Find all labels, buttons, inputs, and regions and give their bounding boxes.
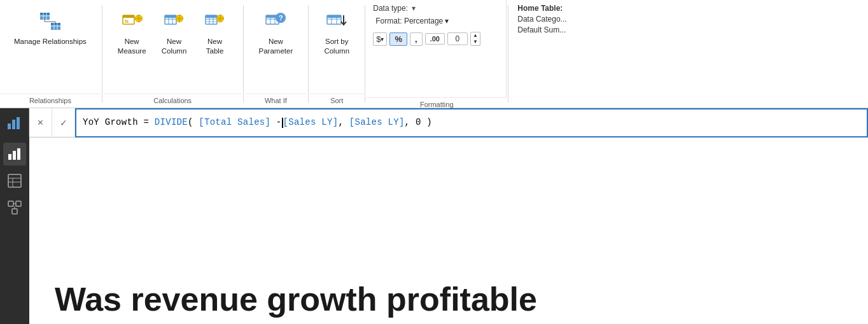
new-measure-label: NewMeasure xyxy=(118,37,146,56)
decimal-places-input[interactable] xyxy=(447,32,468,45)
home-table-label: Home Table: xyxy=(517,4,563,13)
svg-rect-67 xyxy=(12,209,17,214)
svg-rect-61 xyxy=(8,174,21,187)
format-dropdown-arrow: ▾ xyxy=(445,17,449,25)
new-measure-icon: fx xyxy=(119,9,144,34)
manage-relationships-button[interactable]: Manage Relationships xyxy=(8,5,93,50)
percent-button[interactable]: % xyxy=(389,32,407,46)
formula-confirm-button[interactable]: ✓ xyxy=(52,108,75,137)
table-icon xyxy=(8,174,22,188)
svg-rect-14 xyxy=(123,15,134,18)
formatting-section-label: Formatting xyxy=(367,97,507,108)
formula-paren-open: ( xyxy=(188,117,199,127)
sep2 xyxy=(243,5,244,102)
sep1 xyxy=(102,5,102,102)
formula-minus: - xyxy=(270,117,281,127)
sep3 xyxy=(308,5,309,102)
new-parameter-label: NewParameter xyxy=(259,37,293,56)
relationships-section: Manage Relationships Relationships xyxy=(0,0,101,108)
svg-text:?: ? xyxy=(279,14,283,22)
new-column-button[interactable]: NewColumn xyxy=(155,5,193,60)
formula-function-name: DIVIDE xyxy=(155,117,188,127)
default-sum-row: Default Sum... xyxy=(517,25,566,34)
formatting-section: Data type: ▾ Format: Percentage ▾ $ ▾ % xyxy=(367,0,507,108)
new-column-icon xyxy=(162,9,187,34)
manage-relationships-label: Manage Relationships xyxy=(14,37,87,46)
calculations-section-label: Calculations xyxy=(104,94,242,108)
new-table-button[interactable]: NewTable xyxy=(196,5,234,60)
svg-rect-59 xyxy=(13,151,16,160)
what-if-section: ? NewParameter What If xyxy=(245,0,307,108)
home-table-row: Home Table: xyxy=(517,4,566,13)
currency-button[interactable]: $ ▾ xyxy=(373,32,387,46)
sep4 xyxy=(365,5,365,102)
formula-input[interactable]: YoY Growth = DIVIDE( [Total Sales] -[Sal… xyxy=(75,108,868,137)
svg-rect-22 xyxy=(165,15,176,18)
new-table-icon xyxy=(202,9,228,34)
svg-rect-58 xyxy=(8,154,11,160)
formula-bar-chart-icon xyxy=(0,108,29,137)
spinner-down[interactable]: ▼ xyxy=(471,39,480,45)
data-type-arrow[interactable]: ▾ xyxy=(412,4,416,13)
new-parameter-icon: ? xyxy=(263,9,288,34)
spinner-up[interactable]: ▲ xyxy=(471,32,480,39)
left-sidebar xyxy=(0,137,29,324)
formula-comma1: , xyxy=(338,117,349,127)
sort-by-column-icon xyxy=(324,9,349,34)
new-column-label: NewColumn xyxy=(162,37,187,56)
currency-arrow: ▾ xyxy=(381,36,384,43)
format-label: Format: Percentage xyxy=(375,17,443,25)
formula-cancel-button[interactable]: × xyxy=(29,108,52,137)
formula-measure-name: YoY Growth = xyxy=(83,117,155,127)
formula-sales-ly-1: [Sales LY] xyxy=(283,117,339,127)
format-buttons-row: $ ▾ % , .00 ▲ ▼ xyxy=(373,32,500,46)
new-measure-button[interactable]: fx NewMeasure xyxy=(111,5,153,60)
svg-rect-6 xyxy=(51,23,60,25)
formula-sales-ly-2: [Sales LY] xyxy=(349,117,405,127)
formula-text: YoY Growth = DIVIDE( [Total Sales] -[Sal… xyxy=(83,117,432,127)
model-icon xyxy=(8,201,22,215)
report-view-button[interactable] xyxy=(3,143,26,166)
data-type-label: Data type: xyxy=(373,4,408,13)
sort-section: Sort byColumn Sort xyxy=(310,0,363,108)
main-content: Was revenue growth profitable xyxy=(29,137,868,324)
data-category-label: Data Catego... xyxy=(517,15,566,24)
formula-cancel-icon: × xyxy=(38,117,43,129)
decimal-spinner[interactable]: ▲ ▼ xyxy=(470,32,480,46)
svg-rect-55 xyxy=(8,123,11,129)
svg-text:fx: fx xyxy=(125,19,129,24)
bar-chart-icon xyxy=(8,147,22,161)
table-view-button[interactable] xyxy=(3,169,26,192)
main-heading: Was revenue growth profitable xyxy=(55,281,537,318)
svg-rect-32 xyxy=(206,15,217,18)
calculations-section: fx NewMeasure xyxy=(104,0,242,108)
svg-rect-1 xyxy=(40,13,50,15)
format-row: Format: Percentage ▾ xyxy=(373,15,500,27)
new-parameter-button[interactable]: ? NewParameter xyxy=(253,5,300,60)
formula-confirm-icon: ✓ xyxy=(60,118,67,128)
what-if-section-label: What If xyxy=(245,94,307,108)
new-table-label: NewTable xyxy=(206,37,224,56)
comma-button[interactable]: , xyxy=(410,32,423,46)
sort-by-column-button[interactable]: Sort byColumn xyxy=(318,5,356,60)
manage-relationships-icon xyxy=(38,9,63,34)
svg-rect-65 xyxy=(8,201,13,206)
svg-rect-56 xyxy=(12,120,15,129)
sort-section-label: Sort xyxy=(310,94,363,108)
ribbon: Manage Relationships Relationships fx xyxy=(0,0,868,108)
svg-rect-60 xyxy=(17,148,20,160)
relationships-section-label: Relationships xyxy=(0,94,101,108)
home-table-section: Home Table: Data Catego... Default Sum..… xyxy=(510,0,574,108)
data-category-row: Data Catego... xyxy=(517,15,566,24)
decimal-format-button[interactable]: .00 xyxy=(425,33,445,45)
default-sum-label: Default Sum... xyxy=(517,25,566,34)
sort-by-column-label: Sort byColumn xyxy=(324,37,349,56)
formula-bar: × ✓ YoY Growth = DIVIDE( [Total Sales] -… xyxy=(0,108,868,137)
formula-total-sales: [Total Sales] xyxy=(199,117,270,127)
format-dropdown[interactable]: Format: Percentage ▾ xyxy=(373,15,451,27)
svg-rect-66 xyxy=(16,201,21,206)
data-type-row: Data type: ▾ xyxy=(373,4,500,13)
formula-end: , 0 ) xyxy=(405,117,432,127)
model-view-button[interactable] xyxy=(3,196,26,219)
svg-rect-57 xyxy=(17,117,20,129)
